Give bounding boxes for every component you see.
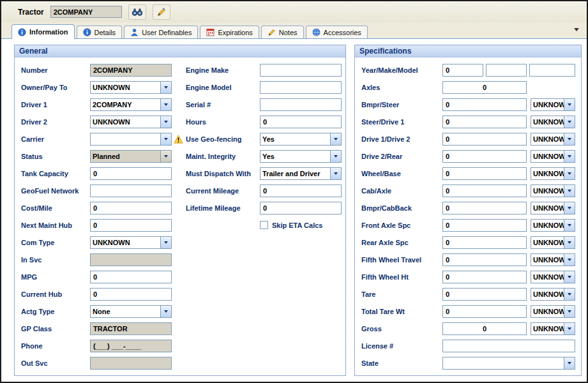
steer-drive-1-combo[interactable]: UNKNOW bbox=[531, 116, 575, 128]
dropdown-button[interactable] bbox=[564, 185, 575, 197]
dropdown-button[interactable] bbox=[564, 306, 575, 317]
dropdown-button[interactable] bbox=[564, 116, 575, 128]
carrier-combo[interactable] bbox=[90, 133, 172, 146]
wheel-base-combo[interactable]: UNKNOW bbox=[531, 167, 575, 180]
current-hub-field[interactable] bbox=[90, 288, 172, 301]
dropdown-button[interactable] bbox=[160, 151, 171, 162]
front-axle-spc-combo[interactable]: UNKNOW bbox=[531, 219, 575, 232]
total-tare-wt-combo[interactable]: UNKNOW bbox=[531, 305, 575, 318]
bmpr-cabback-field[interactable] bbox=[442, 202, 527, 214]
dropdown-button[interactable] bbox=[564, 133, 575, 145]
current-mileage-field[interactable] bbox=[260, 184, 342, 197]
field-label-text: Steer/Drive 1 bbox=[361, 118, 404, 126]
drive-2-rear-field[interactable] bbox=[442, 150, 527, 163]
dropdown-button[interactable] bbox=[564, 168, 575, 179]
tab-notes[interactable]: Notes bbox=[261, 26, 304, 38]
retrieve-button[interactable] bbox=[128, 4, 146, 20]
drive-1-drive-2-combo[interactable]: UNKNOW bbox=[531, 133, 575, 146]
gross-combo[interactable]: UNKNOW bbox=[531, 322, 575, 335]
dropdown-button[interactable] bbox=[160, 133, 171, 145]
rear-axle-spc-combo[interactable]: UNKNOW bbox=[531, 236, 575, 249]
dropdown-button[interactable] bbox=[160, 306, 171, 317]
field-cell: UNKNOW bbox=[442, 202, 575, 214]
dropdown-button[interactable] bbox=[564, 323, 575, 334]
dropdown-button[interactable] bbox=[564, 151, 575, 162]
state-combo[interactable] bbox=[442, 357, 575, 370]
dropdown-button[interactable] bbox=[564, 271, 575, 283]
warning-icon bbox=[174, 135, 183, 144]
tare-field[interactable] bbox=[442, 288, 527, 301]
fifth-wheel-ht-combo[interactable]: UNKNOW bbox=[531, 271, 575, 283]
tractor-id-input[interactable] bbox=[50, 6, 122, 18]
tab-information[interactable]: Information bbox=[11, 24, 75, 39]
engine-make-field[interactable] bbox=[260, 64, 342, 77]
dropdown-button[interactable] bbox=[330, 168, 341, 179]
gross-field[interactable] bbox=[442, 322, 527, 335]
maint-integrity-combo[interactable]: Yes bbox=[260, 150, 342, 163]
use-geo-fencing-combo[interactable]: Yes bbox=[260, 133, 342, 146]
axles-field[interactable] bbox=[442, 81, 527, 94]
field-row: GP Class bbox=[21, 320, 172, 337]
edit-button[interactable] bbox=[153, 4, 170, 20]
year-make-model-field-1[interactable] bbox=[442, 64, 483, 77]
dropdown-button[interactable] bbox=[564, 237, 575, 248]
owner-pay-to-combo[interactable]: UNKNOWN bbox=[90, 81, 172, 94]
drive-2-rear-combo[interactable]: UNKNOW bbox=[531, 150, 575, 163]
cab-axle-combo[interactable]: UNKNOW bbox=[531, 184, 575, 197]
tab-accessories[interactable]: Accessories bbox=[306, 26, 368, 38]
dropdown-button[interactable] bbox=[564, 254, 575, 266]
year-make-model-field-3[interactable] bbox=[529, 64, 575, 77]
license-field[interactable] bbox=[442, 340, 575, 352]
dropdown-button[interactable] bbox=[564, 99, 575, 110]
year-make-model-field-2[interactable] bbox=[486, 64, 527, 77]
tare-combo[interactable]: UNKNOW bbox=[531, 288, 575, 301]
field-cell bbox=[442, 81, 527, 94]
driver-2-combo[interactable]: UNKNOWN bbox=[90, 116, 172, 128]
dropdown-button[interactable] bbox=[564, 220, 575, 231]
fifth-wheel-travel-combo[interactable]: UNKNOW bbox=[531, 253, 575, 266]
dropdown-button[interactable] bbox=[160, 237, 171, 248]
driver-1-combo[interactable]: 2COMPANY bbox=[90, 98, 172, 111]
total-tare-wt-field[interactable] bbox=[442, 305, 527, 318]
fifth-wheel-travel-field[interactable] bbox=[442, 253, 527, 266]
rear-axle-spc-field[interactable] bbox=[442, 236, 527, 249]
tab-user-definables[interactable]: User Definables bbox=[124, 26, 198, 38]
bmpr-cabback-combo[interactable]: UNKNOW bbox=[531, 202, 575, 214]
lifetime-mileage-field[interactable] bbox=[260, 202, 342, 214]
dropdown-button[interactable] bbox=[564, 202, 575, 214]
engine-model-field[interactable] bbox=[260, 81, 342, 94]
drive-1-drive-2-field[interactable] bbox=[442, 133, 527, 146]
dropdown-button[interactable] bbox=[160, 116, 171, 128]
dropdown-button[interactable] bbox=[160, 99, 171, 110]
must-dispatch-with-combo[interactable]: Trailer and Driver bbox=[260, 167, 342, 180]
mpg-field[interactable] bbox=[90, 271, 172, 283]
bmpr-steer-field[interactable] bbox=[442, 98, 527, 111]
fifth-wheel-ht-field[interactable] bbox=[442, 271, 527, 283]
tab-label: Notes bbox=[279, 29, 298, 36]
geofuel-network-field[interactable] bbox=[90, 184, 172, 197]
skip-eta-calcs-checkbox[interactable] bbox=[260, 221, 268, 229]
actg-type-combo[interactable]: None bbox=[90, 305, 172, 318]
steer-drive-1-field[interactable] bbox=[442, 116, 527, 128]
field-label-text: GeoFuel Network bbox=[21, 187, 79, 195]
front-axle-spc-field[interactable] bbox=[442, 219, 527, 232]
tank-capacity-field[interactable] bbox=[90, 167, 172, 180]
hours-field[interactable] bbox=[260, 116, 342, 128]
cost-mile-field[interactable] bbox=[90, 202, 172, 214]
dropdown-button[interactable] bbox=[564, 357, 575, 369]
dropdown-button[interactable] bbox=[564, 289, 575, 300]
cab-axle-field[interactable] bbox=[442, 184, 527, 197]
next-maint-hub-field[interactable] bbox=[90, 219, 172, 232]
dropdown-button[interactable] bbox=[330, 151, 341, 162]
tab-overflow-dropdown[interactable] bbox=[571, 25, 582, 34]
status-combo[interactable]: Planned bbox=[90, 150, 172, 163]
tab-details[interactable]: Details bbox=[77, 26, 123, 38]
field-label: Cost/Mile bbox=[21, 204, 90, 212]
dropdown-button[interactable] bbox=[330, 133, 341, 145]
tab-expirations[interactable]: Expirations bbox=[200, 26, 259, 38]
wheel-base-field[interactable] bbox=[442, 167, 527, 180]
dropdown-button[interactable] bbox=[160, 82, 171, 93]
serial-field[interactable] bbox=[260, 98, 342, 111]
com-type-combo[interactable]: UNKNOWN bbox=[90, 236, 172, 249]
bmpr-steer-combo[interactable]: UNKNOW bbox=[531, 98, 575, 111]
